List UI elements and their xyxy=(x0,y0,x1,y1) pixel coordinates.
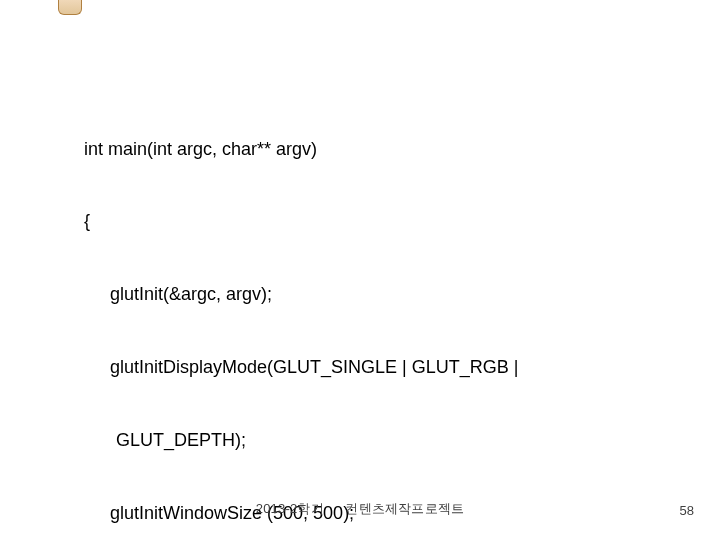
footer: 2013-2학기 컨텐츠제작프로젝트 xyxy=(0,500,720,518)
code-line: GLUT_DEPTH); xyxy=(84,428,650,452)
slide: int main(int argc, char** argv) { glutIn… xyxy=(0,0,720,540)
code-line: glutInit(&argc, argv); xyxy=(84,282,650,306)
code-block: int main(int argc, char** argv) { glutIn… xyxy=(84,88,650,540)
footer-course: 컨텐츠제작프로젝트 xyxy=(345,501,464,516)
decorative-tab xyxy=(58,0,82,15)
code-line: { xyxy=(84,209,650,233)
code-line: glutInitDisplayMode(GLUT_SINGLE | GLUT_R… xyxy=(84,355,650,379)
footer-term: 2013-2학기 xyxy=(256,501,324,516)
page-number: 58 xyxy=(680,503,694,518)
code-line: int main(int argc, char** argv) xyxy=(84,137,650,161)
